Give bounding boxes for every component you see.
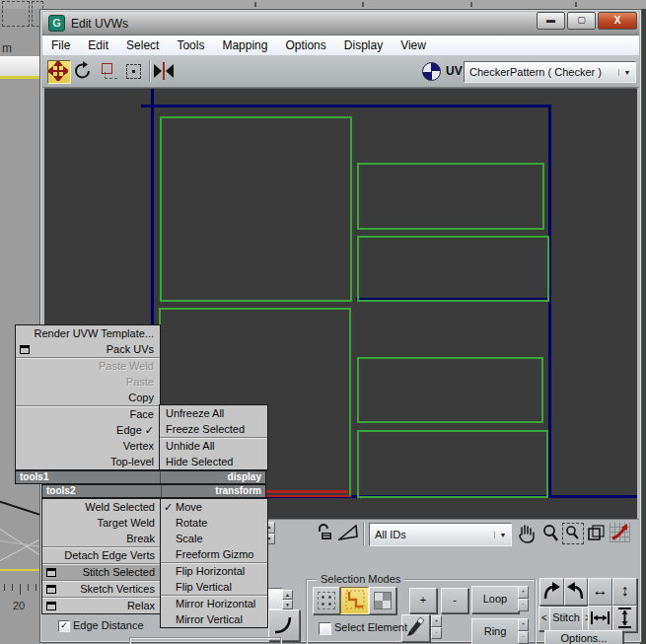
- menu-item-mirror-horizontal[interactable]: Mirror Horizontal: [161, 595, 267, 611]
- lock-selection-button[interactable]: [317, 524, 333, 541]
- menu-item-edge[interactable]: Edge✓: [16, 422, 160, 438]
- menu-item-vertex[interactable]: Vertex: [16, 438, 160, 454]
- settings-window-icon: [46, 585, 56, 594]
- pan-button[interactable]: [517, 523, 537, 543]
- move-icon: [48, 61, 68, 81]
- hidden-spinner[interactable]: ▲▼: [282, 590, 293, 607]
- menu-item-scale[interactable]: Scale: [161, 531, 267, 546]
- move-button[interactable]: [47, 60, 71, 84]
- menu-item-rotate[interactable]: Rotate: [161, 515, 267, 531]
- loop-plus[interactable]: +: [518, 586, 529, 599]
- menu-item-hide-selected[interactable]: Hide Selected: [160, 454, 267, 469]
- paint-plus[interactable]: +: [431, 615, 442, 627]
- tools2-quadrant-label[interactable]: tools2: [42, 485, 161, 497]
- menu-item-relax[interactable]: Relax: [42, 597, 161, 613]
- menu-item-unfreeze-all[interactable]: Unfreeze All: [160, 405, 267, 421]
- menu-mapping[interactable]: Mapping: [213, 36, 276, 54]
- uv-channel-label[interactable]: UV: [446, 64, 463, 78]
- ring-spinner[interactable]: + -: [518, 618, 529, 644]
- stitch-vertical-button[interactable]: [612, 606, 637, 632]
- menu-edit[interactable]: Edit: [79, 36, 117, 54]
- edge-mode-button[interactable]: [340, 587, 369, 614]
- face-mode-button[interactable]: [369, 587, 396, 614]
- loop-spinner[interactable]: + -: [518, 586, 529, 611]
- stitch-horizontal-button[interactable]: [588, 606, 612, 632]
- uv-island[interactable]: [357, 430, 548, 498]
- menu-item-stitch-selected[interactable]: Stitch Selected: [42, 563, 161, 580]
- dropdown-arrow-icon[interactable]: ▼: [494, 532, 511, 538]
- menu-item-top-level[interactable]: Top-level: [16, 454, 160, 469]
- vertex-mode-button[interactable]: [313, 587, 340, 614]
- menu-display[interactable]: Display: [335, 36, 392, 54]
- close-button[interactable]: X: [598, 12, 637, 30]
- grow-selection-button[interactable]: +: [409, 588, 437, 613]
- zoom-button[interactable]: [541, 524, 559, 542]
- hidden-value-field[interactable]: [267, 588, 283, 609]
- menu-item-copy[interactable]: Copy: [16, 390, 160, 405]
- zoom-region-button[interactable]: [562, 523, 584, 544]
- rotate-minus90-button[interactable]: [564, 578, 588, 606]
- maximize-button[interactable]: ▢: [567, 12, 596, 30]
- menu-item-unhide-all[interactable]: Unhide All: [160, 437, 267, 454]
- menu-item-flip-horizontal[interactable]: Flip Horizontal: [161, 562, 267, 579]
- uv-island[interactable]: [357, 163, 544, 230]
- mirror-button[interactable]: [153, 60, 175, 82]
- rotate-icon: [72, 60, 94, 82]
- menu-options[interactable]: Options: [276, 36, 334, 54]
- menu-item-mirror-vertical[interactable]: Mirror Vertical: [161, 611, 267, 627]
- tools1-quadrant-label[interactable]: tools1: [16, 471, 160, 483]
- ring-minus[interactable]: -: [518, 631, 529, 644]
- material-id-dropdown[interactable]: All IDs ▼: [369, 523, 512, 546]
- menu-item-move[interactable]: ✓Move: [161, 499, 267, 515]
- scale-button[interactable]: [99, 60, 120, 82]
- options-button[interactable]: Options...: [544, 630, 623, 644]
- rotate-button[interactable]: [72, 60, 94, 82]
- uv-grid-line: [141, 105, 551, 107]
- snap-toggle-button[interactable]: [610, 523, 630, 542]
- menu-item-freeform-gizmo[interactable]: Freeform Gizmo: [161, 546, 267, 562]
- menu-item-face[interactable]: Face: [16, 405, 160, 422]
- menu-item-flip-vertical[interactable]: Flip Vertical: [161, 579, 267, 595]
- freeform-gizmo-button[interactable]: [123, 60, 145, 82]
- menu-item-detach-edge-verts[interactable]: Detach Edge Verts: [42, 546, 161, 563]
- transform-quadrant-label[interactable]: transform: [161, 485, 265, 497]
- edge-distance-checkbox[interactable]: ✓: [58, 620, 70, 632]
- dropdown-arrow-icon[interactable]: ▼: [618, 69, 635, 76]
- ring-plus[interactable]: +: [518, 618, 529, 631]
- menu-item-weld-selected[interactable]: Weld Selected: [42, 499, 161, 515]
- menu-item-freeze-selected[interactable]: Freeze Selected: [160, 421, 267, 437]
- menu-tools[interactable]: Tools: [168, 36, 213, 54]
- paint-minus[interactable]: -: [431, 627, 442, 639]
- menu-item-render-uvw-template[interactable]: Render UVW Template...: [16, 325, 160, 341]
- loop-minus[interactable]: -: [518, 599, 529, 611]
- uv-island[interactable]: [357, 357, 543, 423]
- background-mark: [575, 2, 577, 7]
- shrink-selection-button[interactable]: -: [441, 588, 468, 613]
- pattern-dropdown[interactable]: CheckerPattern ( Checker ) ▼: [464, 61, 636, 83]
- ring-button[interactable]: Ring: [471, 618, 519, 644]
- menu-item-sketch-vertices[interactable]: Sketch Vertices: [42, 580, 161, 597]
- background-mark: [470, 2, 472, 7]
- rotate-plus90-button[interactable]: [539, 578, 564, 606]
- show-map-icon[interactable]: [422, 62, 441, 81]
- uv-island[interactable]: [160, 116, 352, 302]
- display-quadrant-label[interactable]: display: [160, 471, 265, 483]
- edge-mode-icon: [345, 590, 365, 609]
- paint-spinner[interactable]: + -: [431, 615, 442, 639]
- zoom-extents-button[interactable]: [586, 523, 607, 543]
- align-horizontal-button[interactable]: ↔: [588, 578, 612, 606]
- menu-view[interactable]: View: [392, 36, 435, 54]
- menu-item-pack-uvs[interactable]: Pack UVs: [16, 341, 160, 357]
- loop-button[interactable]: Loop: [471, 586, 519, 613]
- menu-item-target-weld[interactable]: Target Weld: [42, 515, 161, 531]
- minimize-button[interactable]: ▬: [537, 12, 565, 30]
- stitch-button[interactable]: Stitch: [549, 607, 583, 631]
- select-element-checkbox[interactable]: [319, 622, 331, 635]
- menu-item-break[interactable]: Break: [42, 531, 161, 546]
- menu-item-paste: Paste: [16, 374, 160, 390]
- filter-selected-faces-button[interactable]: [338, 525, 358, 540]
- uv-island[interactable]: [357, 236, 549, 302]
- menu-file[interactable]: File: [42, 36, 79, 54]
- menu-select[interactable]: Select: [117, 36, 168, 54]
- align-vertical-button[interactable]: ↕: [612, 578, 637, 606]
